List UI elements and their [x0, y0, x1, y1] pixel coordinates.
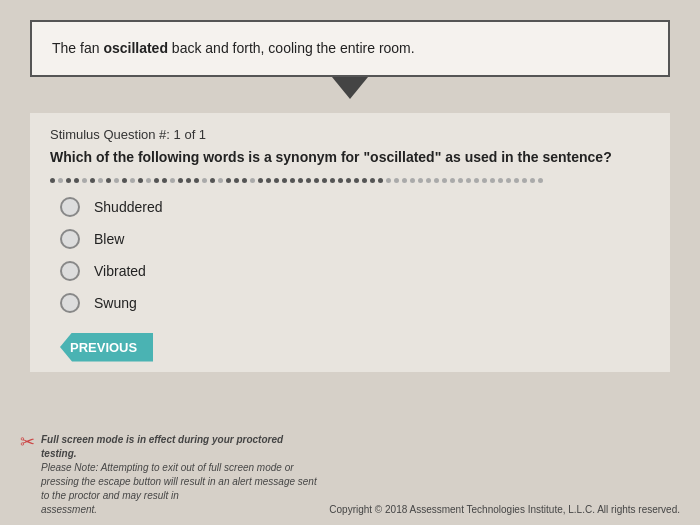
sentence-box: The fan oscillated back and forth, cooli… [30, 20, 670, 77]
question-text: Which of the following words is a synony… [50, 148, 650, 168]
dot [58, 178, 63, 183]
dot [146, 178, 151, 183]
dot [394, 178, 399, 183]
dot [490, 178, 495, 183]
dot [346, 178, 351, 183]
dot [122, 178, 127, 183]
dot [242, 178, 247, 183]
dot [410, 178, 415, 183]
dot [186, 178, 191, 183]
radio-circle [60, 261, 80, 281]
warning-icon: ✂ [20, 433, 35, 451]
footer: ✂ Full screen mode is in effect during y… [0, 433, 700, 517]
dot [498, 178, 503, 183]
option-row-opt-shuddered[interactable]: Shuddered [60, 197, 650, 217]
dot [466, 178, 471, 183]
question-area: Stimulus Question #: 1 of 1 Which of the… [30, 113, 670, 372]
dot [522, 178, 527, 183]
options-area: ShudderedBlewVibratedSwung [50, 197, 650, 313]
dot [82, 178, 87, 183]
option-label-opt-swung: Swung [94, 295, 137, 311]
radio-circle [60, 197, 80, 217]
dot [458, 178, 463, 183]
dot [482, 178, 487, 183]
footer-left: ✂ Full screen mode is in effect during y… [20, 433, 319, 517]
footer-line1: Full screen mode is in effect during you… [41, 433, 319, 461]
dot [418, 178, 423, 183]
dot [138, 178, 143, 183]
dot [210, 178, 215, 183]
radio-circle [60, 229, 80, 249]
dot [170, 178, 175, 183]
dot [194, 178, 199, 183]
footer-line3: assessment. [41, 503, 319, 517]
dot [434, 178, 439, 183]
dot [314, 178, 319, 183]
dot [266, 178, 271, 183]
option-label-opt-vibrated: Vibrated [94, 263, 146, 279]
dot [114, 178, 119, 183]
footer-copyright: Copyright © 2018 Assessment Technologies… [329, 502, 680, 517]
footer-text: Full screen mode is in effect during you… [41, 433, 319, 517]
stimulus-label: Stimulus Question #: 1 of 1 [50, 127, 650, 142]
dot [50, 178, 55, 183]
dot [354, 178, 359, 183]
dot [290, 178, 295, 183]
dot [162, 178, 167, 183]
option-row-opt-vibrated[interactable]: Vibrated [60, 261, 650, 281]
option-label-opt-shuddered: Shuddered [94, 199, 163, 215]
radio-circle [60, 293, 80, 313]
dot [402, 178, 407, 183]
dot [226, 178, 231, 183]
dot [386, 178, 391, 183]
dot [98, 178, 103, 183]
dot [370, 178, 375, 183]
dot [530, 178, 535, 183]
dots-separator [50, 178, 650, 183]
sentence-after: back and forth, cooling the entire room. [168, 40, 415, 56]
dot [218, 178, 223, 183]
previous-button[interactable]: PREVIOUS [60, 333, 153, 362]
dot [298, 178, 303, 183]
dot [66, 178, 71, 183]
dot [426, 178, 431, 183]
dot [202, 178, 207, 183]
dot [234, 178, 239, 183]
dot [442, 178, 447, 183]
arrow-down-icon [332, 77, 368, 99]
option-row-opt-swung[interactable]: Swung [60, 293, 650, 313]
dot [474, 178, 479, 183]
footer-line2: Please Note: Attempting to exit out of f… [41, 461, 319, 503]
dot [538, 178, 543, 183]
dot [274, 178, 279, 183]
page-wrapper: The fan oscillated back and forth, cooli… [0, 0, 700, 525]
dot [282, 178, 287, 183]
dot [362, 178, 367, 183]
dot [330, 178, 335, 183]
dot [338, 178, 343, 183]
dot [106, 178, 111, 183]
option-row-opt-blew[interactable]: Blew [60, 229, 650, 249]
dot [154, 178, 159, 183]
dot [130, 178, 135, 183]
dot [306, 178, 311, 183]
dot [514, 178, 519, 183]
option-label-opt-blew: Blew [94, 231, 124, 247]
dot [258, 178, 263, 183]
dot [378, 178, 383, 183]
sentence-keyword: oscillated [103, 40, 168, 56]
dot [450, 178, 455, 183]
dot [250, 178, 255, 183]
dot [178, 178, 183, 183]
dot [90, 178, 95, 183]
dot [322, 178, 327, 183]
sentence-before: The fan [52, 40, 103, 56]
dot [506, 178, 511, 183]
dot [74, 178, 79, 183]
